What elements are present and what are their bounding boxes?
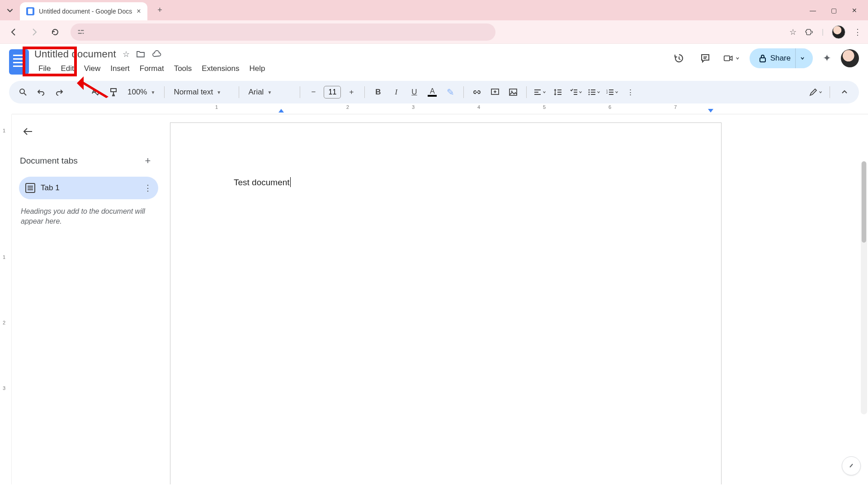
chrome-menu-button[interactable]: ⋮ xyxy=(854,27,862,37)
align-button[interactable] xyxy=(532,84,547,100)
svg-rect-0 xyxy=(78,30,80,31)
address-bar[interactable] xyxy=(71,23,495,41)
decrease-font-button[interactable]: − xyxy=(306,84,321,100)
outline-back-button[interactable] xyxy=(19,122,37,141)
minimize-button[interactable]: — xyxy=(808,7,817,14)
svg-rect-3 xyxy=(83,33,84,33)
document-tab-1[interactable]: Tab 1 ⋮ xyxy=(19,177,158,199)
underline-button[interactable]: U xyxy=(406,84,422,100)
add-tab-button[interactable]: + xyxy=(140,153,156,169)
font-size-control: − 11 + xyxy=(306,84,359,100)
maximize-button[interactable]: ▢ xyxy=(829,7,838,14)
font-family-select[interactable]: Arial ▼ xyxy=(245,84,294,100)
document-outline-panel: Document tabs + Tab 1 ⋮ Headings you add… xyxy=(12,114,165,484)
vertical-scrollbar[interactable] xyxy=(861,161,867,414)
menu-file[interactable]: File xyxy=(34,62,55,75)
formatting-toolbar: 100% ▼ Normal text ▼ Arial ▼ − 11 + B I … xyxy=(9,81,859,103)
close-tab-button[interactable]: × xyxy=(137,7,141,15)
right-indent-marker[interactable] xyxy=(708,109,713,113)
svg-point-25 xyxy=(589,89,590,91)
redo-button[interactable] xyxy=(52,84,67,100)
insert-image-button[interactable] xyxy=(505,84,521,100)
paint-format-button[interactable] xyxy=(106,84,121,100)
numbered-list-button[interactable]: 12 xyxy=(604,84,620,100)
menu-bar: File Edit View Insert Format Tools Exten… xyxy=(34,62,269,75)
more-options-button[interactable]: ⋮ xyxy=(623,84,638,100)
meet-button[interactable] xyxy=(723,50,740,66)
insert-link-button[interactable] xyxy=(469,84,485,100)
docs-favicon-icon xyxy=(26,7,34,15)
tab-title: Untitled document - Google Docs xyxy=(39,8,132,15)
editing-mode-button[interactable] xyxy=(808,84,823,100)
profile-avatar[interactable] xyxy=(832,25,845,39)
collapse-toolbar-button[interactable] xyxy=(836,84,853,100)
document-body-text[interactable]: Test document xyxy=(234,178,290,187)
text-color-button[interactable]: A xyxy=(425,84,440,100)
svg-rect-6 xyxy=(724,56,729,61)
reload-button[interactable] xyxy=(48,25,62,39)
bookmark-star-icon[interactable]: ☆ xyxy=(789,27,797,37)
text-cursor xyxy=(290,177,291,187)
document-title[interactable]: Untitled document xyxy=(34,48,116,60)
paragraph-style-select[interactable]: Normal text ▼ xyxy=(170,84,233,100)
menu-help[interactable]: Help xyxy=(245,62,269,75)
svg-text:2: 2 xyxy=(606,91,608,94)
undo-button[interactable] xyxy=(33,84,49,100)
menu-view[interactable]: View xyxy=(80,62,105,75)
bullet-list-button[interactable] xyxy=(586,84,602,100)
spellcheck-button[interactable] xyxy=(88,84,103,100)
vertical-ruler[interactable]: 1 1 2 3 xyxy=(0,114,12,484)
horizontal-ruler[interactable]: 1 2 3 4 5 6 7 xyxy=(12,103,868,114)
share-dropdown[interactable] xyxy=(795,48,809,68)
share-button[interactable]: Share xyxy=(750,48,813,68)
gemini-icon[interactable]: ✦ xyxy=(823,52,831,64)
site-settings-icon[interactable] xyxy=(77,28,85,36)
left-indent-marker[interactable] xyxy=(278,109,284,113)
menu-tools[interactable]: Tools xyxy=(170,62,196,75)
cloud-status-icon[interactable] xyxy=(151,50,162,58)
lock-icon xyxy=(759,54,767,63)
docs-logo-icon[interactable] xyxy=(9,49,29,75)
document-canvas[interactable]: Test document xyxy=(165,114,868,484)
search-menus-icon[interactable] xyxy=(15,84,31,100)
font-size-input[interactable]: 11 xyxy=(324,86,341,99)
move-folder-icon[interactable] xyxy=(136,50,145,58)
comments-icon[interactable] xyxy=(697,50,713,66)
svg-rect-14 xyxy=(509,89,517,95)
browser-tab-active[interactable]: Untitled document - Google Docs × xyxy=(20,2,147,20)
highlight-button[interactable]: ✎ xyxy=(443,84,458,100)
menu-format[interactable]: Format xyxy=(136,62,168,75)
new-tab-button[interactable]: + xyxy=(153,3,167,18)
browser-tab-strip: Untitled document - Google Docs × + — ▢ … xyxy=(0,0,868,20)
star-document-icon[interactable]: ☆ xyxy=(123,49,130,59)
outline-hint-text: Headings you add to the document will ap… xyxy=(19,206,158,227)
increase-font-button[interactable]: + xyxy=(344,84,359,100)
forward-button[interactable] xyxy=(27,25,42,39)
svg-point-27 xyxy=(589,94,590,95)
back-button[interactable] xyxy=(6,25,21,39)
extensions-icon[interactable] xyxy=(805,28,814,37)
zoom-select[interactable]: 100% ▼ xyxy=(124,84,159,100)
document-tabs-title: Document tabs xyxy=(20,156,78,166)
checklist-button[interactable] xyxy=(568,84,584,100)
browser-toolbar: ☆ | ⋮ xyxy=(0,20,868,44)
explore-fab-button[interactable] xyxy=(842,456,861,475)
account-avatar[interactable] xyxy=(841,49,859,67)
add-comment-button[interactable] xyxy=(487,84,503,100)
line-spacing-button[interactable] xyxy=(550,84,566,100)
menu-insert[interactable]: Insert xyxy=(106,62,134,75)
tab-menu-button[interactable]: ⋮ xyxy=(144,183,152,193)
docs-header: Untitled document ☆ File Edit View Inser… xyxy=(0,44,868,78)
version-history-icon[interactable] xyxy=(671,50,687,66)
italic-button[interactable]: I xyxy=(388,84,404,100)
menu-extensions[interactable]: Extensions xyxy=(198,62,243,75)
svg-point-8 xyxy=(20,89,24,94)
tab-search-dropdown[interactable] xyxy=(4,4,16,17)
document-page[interactable]: Test document xyxy=(170,122,722,484)
bold-button[interactable]: B xyxy=(370,84,386,100)
close-window-button[interactable]: ✕ xyxy=(850,7,859,14)
svg-rect-7 xyxy=(760,58,765,62)
window-controls: — ▢ ✕ xyxy=(808,7,864,14)
tab-page-icon xyxy=(25,183,35,193)
menu-edit[interactable]: Edit xyxy=(57,62,78,75)
